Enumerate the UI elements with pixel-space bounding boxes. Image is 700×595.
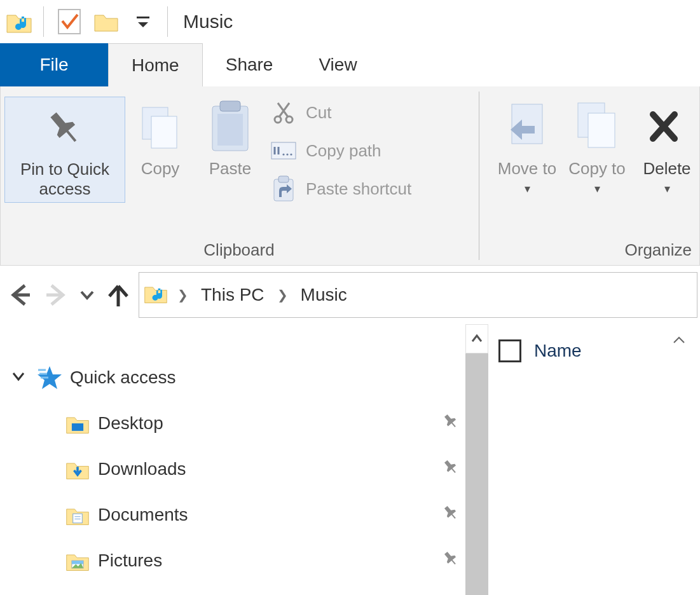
tree-item-desktop[interactable]: Desktop [6, 400, 465, 446]
ribbon: Pin to Quick access Copy [0, 86, 700, 266]
svg-rect-19 [278, 176, 289, 182]
copy-path-label: Copy path [306, 141, 381, 161]
documents-folder-icon [65, 502, 90, 528]
svg-rect-22 [588, 113, 615, 147]
move-to-label: Move to ▾ [496, 159, 558, 198]
svg-point-9 [286, 116, 292, 123]
svg-rect-2 [65, 130, 76, 142]
svg-rect-6 [220, 101, 240, 111]
window-title: Music [183, 11, 233, 32]
navigation-pane[interactable]: Quick access Desktop Downloads [0, 324, 465, 595]
column-header[interactable]: Name [498, 339, 690, 362]
scroll-thumb[interactable] [465, 353, 488, 595]
svg-rect-31 [451, 513, 456, 518]
tree-item-pictures[interactable]: Pictures [6, 538, 465, 584]
move-to-button[interactable]: Move to ▾ [492, 97, 562, 202]
back-button[interactable] [3, 277, 38, 313]
scroll-up-button[interactable] [465, 324, 488, 353]
clipboard-small-buttons: Cut Copy path [265, 97, 416, 202]
svg-point-8 [275, 116, 281, 123]
copy-button[interactable]: Copy [125, 97, 195, 182]
tree-item-label: Documents [98, 505, 188, 525]
up-button[interactable] [100, 277, 136, 313]
qat-customize-icon[interactable] [128, 6, 158, 37]
svg-point-17 [290, 153, 292, 155]
svg-line-10 [279, 103, 289, 117]
svg-rect-20 [512, 104, 542, 144]
paste-shortcut-label: Paste shortcut [306, 179, 411, 199]
svg-rect-34 [451, 559, 456, 564]
chevron-down-icon: ▾ [525, 182, 530, 195]
delete-label: Delete▾ [643, 159, 690, 198]
pin-label: Pin to Quick access [9, 160, 121, 198]
chevron-down-icon: ▾ [594, 182, 600, 195]
address-bar[interactable]: ❯ This PC ❯ Music [139, 272, 697, 318]
pin-to-quick-access-button[interactable]: Pin to Quick access [4, 97, 125, 203]
group-organize-label: Organize [481, 238, 699, 261]
content-pane[interactable]: Name [488, 324, 700, 595]
properties-icon[interactable] [54, 6, 85, 37]
tab-view[interactable]: View [296, 43, 380, 86]
tab-file[interactable]: File [0, 43, 108, 86]
svg-rect-33 [72, 561, 83, 564]
group-organize: Move to ▾ Copy to ▾ Delete▾ [481, 86, 699, 265]
breadcrumb-music[interactable]: Music [297, 285, 351, 305]
quick-access-icon [37, 365, 62, 390]
cut-icon [270, 99, 297, 126]
tree-quick-access[interactable]: Quick access [6, 355, 465, 400]
group-clipboard: Pin to Quick access Copy [1, 86, 477, 265]
move-to-icon [500, 100, 554, 155]
copy-path-button[interactable]: Copy path [270, 137, 411, 164]
tree-item-label: Downloads [98, 459, 186, 479]
sort-indicator-icon[interactable] [672, 334, 686, 348]
chevron-right-icon[interactable]: ❯ [271, 287, 294, 303]
svg-line-11 [278, 103, 288, 117]
copy-to-icon [570, 100, 624, 155]
paste-shortcut-button[interactable]: Paste shortcut [270, 175, 411, 202]
tree-item-label: Desktop [98, 413, 163, 434]
pin-icon [441, 549, 460, 573]
downloads-folder-icon [65, 456, 90, 482]
breadcrumb-this-pc[interactable]: This PC [197, 285, 268, 305]
tree: Quick access Desktop Downloads [0, 355, 465, 584]
tab-home[interactable]: Home [108, 43, 203, 86]
recent-locations-button[interactable] [74, 277, 100, 313]
tree-quick-access-label: Quick access [70, 367, 176, 388]
quick-access-toolbar [3, 6, 161, 37]
chevron-down-icon: ▾ [664, 182, 670, 195]
chevron-down-icon[interactable] [11, 369, 29, 386]
ribbon-tabs: File Home Share View [0, 43, 700, 86]
body: Quick access Desktop Downloads [0, 324, 700, 595]
copy-to-label: Copy to ▾ [566, 159, 628, 198]
copy-to-button[interactable]: Copy to ▾ [562, 97, 632, 202]
new-folder-icon[interactable] [91, 6, 121, 37]
pictures-folder-icon [65, 548, 90, 573]
tree-item-downloads[interactable]: Downloads [6, 446, 465, 492]
separator [167, 6, 168, 37]
delete-icon [640, 100, 694, 155]
paste-shortcut-icon [270, 175, 297, 202]
nav-scrollbar[interactable] [465, 324, 488, 595]
svg-rect-7 [217, 114, 243, 146]
tab-share[interactable]: Share [203, 43, 296, 86]
svg-rect-25 [72, 423, 83, 431]
copy-path-icon [270, 137, 297, 164]
music-folder-icon [5, 8, 33, 36]
cut-label: Cut [306, 103, 331, 123]
paste-button[interactable]: Paste [195, 97, 265, 182]
copy-label: Copy [141, 159, 180, 179]
separator [43, 6, 44, 37]
column-name-label[interactable]: Name [534, 341, 582, 361]
svg-rect-4 [151, 116, 177, 148]
pin-icon [441, 412, 460, 435]
forward-button[interactable] [38, 277, 74, 313]
delete-button[interactable]: Delete▾ [632, 97, 700, 202]
pin-icon [441, 458, 460, 481]
cut-button[interactable]: Cut [270, 99, 411, 126]
pin-icon [441, 503, 460, 527]
chevron-right-icon[interactable]: ❯ [171, 287, 195, 303]
pin-icon [38, 101, 92, 156]
select-all-checkbox[interactable] [498, 339, 521, 362]
group-clipboard-label: Clipboard [1, 238, 477, 261]
tree-item-documents[interactable]: Documents [6, 492, 465, 538]
